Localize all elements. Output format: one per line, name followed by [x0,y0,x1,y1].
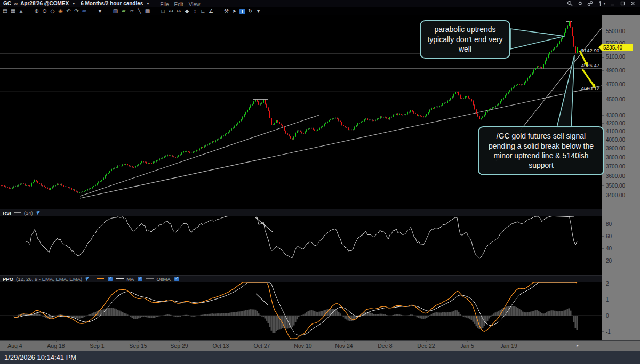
pin-icon[interactable]: ▾ [597,1,605,6]
status-bar: 1/29/2026 10:14:41 PM [0,351,640,364]
futures-chain-icon: ∞ [14,1,18,6]
axis-tick [509,341,509,342]
drawing-menu-caret-icon[interactable]: ▼ [96,8,104,14]
refresh-icon[interactable]: ↻ [246,8,254,14]
axis-end-marker: ▸ [577,343,579,348]
restore-icon[interactable] [620,1,626,6]
price-axis-label: 20 [606,258,612,264]
vertical-range-icon[interactable]: ↕ [191,8,199,14]
axis-tick [179,341,180,342]
ma-line-sample [116,278,124,279]
rsi-param[interactable]: (14) [24,210,33,216]
chart-settings-icon[interactable]: ▤ [1,8,9,14]
axis-tick [602,85,604,85]
hatch-pattern-icon[interactable]: ▩ [143,8,151,14]
extend-right-icon[interactable]: ↦ [175,8,183,14]
timeframe-label[interactable]: 6 Months/2 hour candles [81,1,143,6]
svg-text:4926.47: 4926.47 [581,62,599,68]
menu-file[interactable]: File [160,2,169,7]
axis-tick [221,341,221,342]
svg-text:4603.12: 4603.12 [581,85,599,91]
close-icon[interactable] [630,1,636,6]
axis-tick [602,248,604,249]
axis-tick [602,100,604,100]
rsi-label[interactable]: RSI [3,210,11,216]
axis-tick [56,341,57,342]
clock-label: 1/29/2026 10:14:41 PM [4,353,76,361]
link-icon[interactable] [587,1,593,6]
toolbar-group: ⚒➤T↻▾ [222,8,262,14]
price-axis-label: 40 [606,246,612,252]
toolbar-group: ▨▰▱╲▩ [111,8,151,14]
brush-icon[interactable]: ▰ [119,8,127,14]
price-axis-label: 4100.00 [606,128,625,134]
price-axis-label: -1 [606,329,611,335]
rectangle-icon[interactable]: □ [159,8,167,14]
arrow-tool-icon[interactable]: ⇨ [81,8,89,14]
menu-edit[interactable]: Edit [174,2,183,7]
angle-icon[interactable]: ∟ [199,8,207,14]
axis-tick [426,341,427,342]
date-axis-label: Aug 18 [47,343,65,349]
symbol-label[interactable]: GC [3,1,11,6]
ppo-header: PPO (12, 26, 9 - EMA, EMA, EMA) MA OsMA [0,275,602,282]
price-axis-label: 3500.00 [606,183,625,189]
price-axis[interactable]: 5500.005300.005100.004900.004700.004500.… [602,15,640,340]
ppo-study-actions-icon[interactable] [85,277,90,281]
contract-label[interactable]: Apr28'26 @COMEX [20,1,69,6]
rsi-study-actions-icon[interactable] [36,211,41,215]
ma-checkbox[interactable] [138,277,142,281]
axis-tick [602,236,604,237]
date-axis-label: Nov 24 [335,343,353,349]
ppo-pane[interactable] [0,275,602,340]
axis-tick [602,261,604,261]
window-controls: ▾ [567,1,640,6]
axis-tick [602,331,604,332]
zoom-in-icon[interactable]: ⊕ [33,8,41,14]
price-pane[interactable]: 5142.904926.474603.12 [0,15,602,209]
toolbar-group: □↤↦◆↕∟∠ [159,8,215,14]
date-axis-label: Oct 13 [213,343,229,349]
osma-checkbox[interactable] [174,277,179,281]
pointer-icon[interactable]: ➤ [230,8,238,14]
extend-left-icon[interactable]: ↤ [167,8,175,14]
minimize-icon[interactable] [610,1,615,6]
expand-icon[interactable]: ◆ [183,8,191,14]
date-axis-label: Sep 15 [129,343,147,349]
annotation-sell-signal[interactable]: /GC gold futures sell signal pending a s… [478,126,604,175]
gear-icon[interactable] [577,1,583,6]
text-tool-icon[interactable]: T [239,9,245,14]
toolbar-group: ▼ [96,8,104,14]
angle-alt-icon[interactable]: ∠ [207,8,215,14]
annotation-text: parabolic uptrends typically don't end v… [425,25,505,54]
screener-icon[interactable] [567,1,573,6]
price-axis-label: 4000.00 [606,137,625,143]
menu-view[interactable]: View [189,2,201,7]
axis-tick [97,341,98,342]
ppo-label[interactable]: PPO [3,276,13,282]
annotation-parabolic[interactable]: parabolic uptrends typically don't end v… [420,20,510,59]
redo-icon[interactable]: ↷ [73,8,81,14]
price-axis-label: 4200.00 [606,120,625,126]
date-axis-label: Jan 5 [460,343,474,349]
rsi-pane[interactable] [0,209,602,275]
trading-platform-window: GC ∞ Apr28'26 @COMEX ▼ 6 Months/2 hour c… [0,0,640,364]
more-caret-icon[interactable]: ▾ [254,8,262,14]
area-chart-icon[interactable]: ▲ [17,8,25,14]
tools-icon[interactable]: ⚒ [222,8,230,14]
pan-hand-icon[interactable]: ◇ [49,8,57,14]
trendline-icon[interactable]: ╲ [135,8,143,14]
date-axis[interactable]: Aug 4Aug 18Sep 1Sep 15Sep 29Oct 13Oct 27… [0,340,640,351]
ppo-param[interactable]: (12, 26, 9 - EMA, EMA, EMA) [16,276,82,282]
annotation-text: /GC gold futures sell signal pending a s… [483,131,599,171]
zoom-out-icon[interactable]: ⊖ [41,8,49,14]
crosshair-icon[interactable]: ◉ [57,8,65,14]
timeframe-caret-icon[interactable]: ▼ [146,2,149,5]
axis-tick [602,300,604,300]
fib-grid-icon[interactable]: ▨ [111,8,119,14]
channel-icon[interactable]: ▱ [127,8,135,14]
bar-pattern-icon[interactable]: ▦ [9,8,17,14]
undo-icon[interactable]: ↶ [65,8,73,14]
symbol-caret-icon[interactable]: ▼ [72,2,75,5]
ppo-checkbox[interactable] [108,277,113,281]
